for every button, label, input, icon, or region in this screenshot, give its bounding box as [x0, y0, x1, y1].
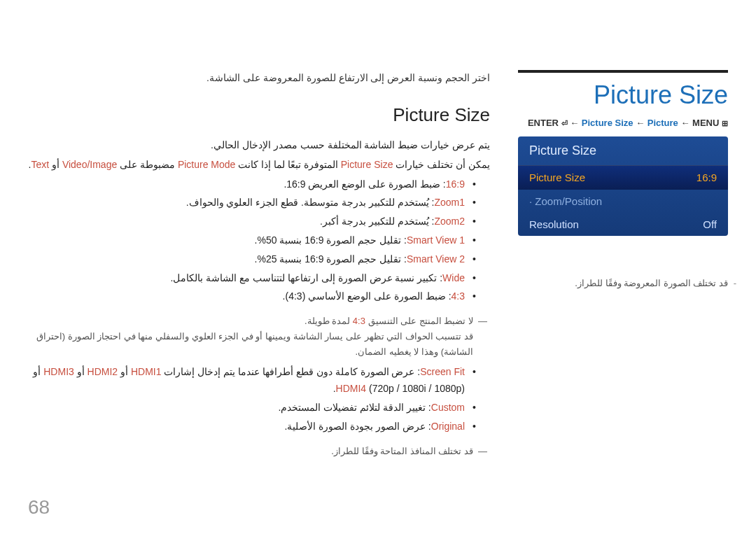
model-note: قد تختلف الصورة المعروضة وفقًا للطراز.	[518, 276, 728, 290]
list-item: Smart View 1: تقليل حجم الصورة 16:9 بنسب…	[28, 232, 476, 249]
accent-term: Text	[31, 159, 49, 170]
page-title: Picture Size	[594, 80, 728, 110]
accent-term: HDMI3	[43, 366, 74, 377]
osd-menu-item-value: 16:9	[696, 171, 717, 183]
option-label: Smart View 1	[407, 234, 465, 246]
options-list: 16:9: ضبط الصورة على الوضع العريض 16:9. …	[28, 176, 476, 306]
enter-label: ENTER	[528, 118, 559, 128]
accent-term: HDMI4	[336, 383, 367, 394]
top-rule	[518, 70, 728, 73]
accent-term: Video/Image	[62, 159, 117, 170]
dash-icon: ―	[478, 444, 487, 459]
page-number: 68	[28, 496, 50, 519]
list-item: Custom: تغيير الدقة لتلائم تفضيلات المست…	[28, 400, 476, 416]
option-label: 4:3	[451, 290, 465, 302]
osd-menu-title: Picture Size	[518, 136, 728, 165]
breadcrumb-picture-size: Picture Size	[582, 118, 634, 128]
list-item: Zoom1: يُستخدم للتكبير بدرجة متوسطة. قطع…	[28, 195, 476, 211]
body-text: يمكن أن تختلف خيارات Picture Size المتوف…	[28, 157, 490, 174]
list-item: 4:3: ضبط الصورة على الوضع الأساسي (4:3).	[28, 288, 476, 305]
list-item: Wide: تكبير نسبة عرض الصورة إلى ارتفاعها…	[28, 270, 476, 287]
osd-menu-item[interactable]: Picture Size16:9	[518, 165, 728, 190]
section-heading: Picture Size	[28, 99, 490, 130]
body-text: يتم عرض خيارات ضبط الشاشة المختلفة حسب م…	[28, 137, 490, 154]
breadcrumb: ENTER ⏎ ← Picture Size ← Picture ← MENU …	[528, 118, 728, 128]
osd-menu-item-label: Resolution	[529, 218, 579, 230]
osd-menu-panel: Picture Size Picture Size16:9· Zoom/Posi…	[518, 136, 728, 236]
accent-term: 4:3	[353, 316, 365, 326]
warning-note: ― لا تضبط المنتج على التنسيق 4:3 لمدة طو…	[28, 314, 490, 360]
list-item: 16:9: ضبط الصورة على الوضع العريض 16:9.	[28, 176, 476, 193]
list-item: Screen Fit: عرض الصورة كاملة دون قطع أطر…	[28, 364, 476, 398]
arrow-icon: ←	[680, 118, 690, 128]
option-label: Smart View 2	[407, 253, 465, 265]
option-label: 16:9	[446, 178, 465, 190]
option-label: Original	[431, 421, 465, 432]
menu-icon: ⊞	[722, 119, 728, 128]
osd-menu-item-value: Off	[703, 218, 717, 230]
option-label: Wide	[442, 272, 465, 283]
dash-icon: ―	[478, 314, 487, 329]
main-content: اختر الحجم ونسبة العرض إلى الارتفاع للصو…	[28, 70, 490, 459]
osd-menu-item-label: · Zoom/Position	[529, 195, 602, 207]
list-item: Smart View 2: تقليل حجم الصورة 16:9 بنسب…	[28, 251, 476, 268]
enter-icon: ⏎	[561, 119, 568, 128]
option-label: Custom	[431, 402, 465, 413]
arrow-icon: ←	[570, 118, 579, 128]
osd-menu-item[interactable]: · Zoom/Position	[518, 190, 728, 213]
list-item: Original: عرض الصور بجودة الصورة الأصلية…	[28, 419, 476, 435]
intro-text: اختر الحجم ونسبة العرض إلى الارتفاع للصو…	[28, 70, 490, 87]
accent-term: HDMI1	[131, 366, 162, 377]
list-item: Zoom2: يُستخدم للتكبير بدرجة أكبر.	[28, 213, 476, 230]
option-label: Screen Fit	[420, 366, 465, 377]
accent-term: Picture Mode	[178, 159, 235, 170]
breadcrumb-picture: Picture	[648, 118, 678, 128]
options-list-continued: Screen Fit: عرض الصورة كاملة دون قطع أطر…	[28, 364, 476, 435]
ports-note: ― قد تختلف المنافذ المتاحة وفقًا للطراز.	[28, 444, 490, 459]
arrow-icon: ←	[636, 118, 645, 128]
accent-term: Picture Size	[341, 159, 393, 170]
osd-menu-item-label: Picture Size	[529, 171, 585, 183]
option-label: Zoom2	[434, 216, 465, 227]
menu-label: MENU	[692, 118, 719, 128]
osd-menu-item[interactable]: ResolutionOff	[518, 213, 728, 236]
option-label: Zoom1	[434, 197, 465, 208]
accent-term: HDMI2	[88, 366, 118, 377]
